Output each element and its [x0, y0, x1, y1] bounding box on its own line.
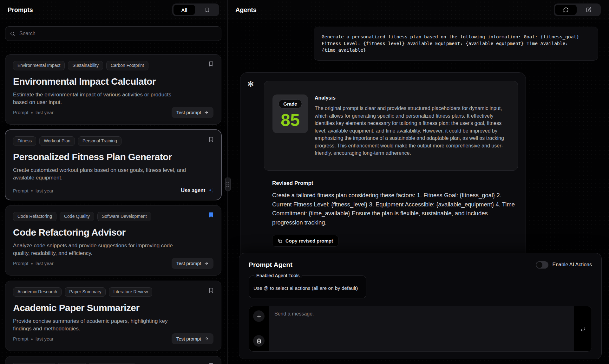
chat-bubble-icon — [563, 7, 569, 13]
meta-time: last year — [36, 336, 54, 341]
bookmark-toggle-button[interactable] — [207, 362, 215, 364]
test-prompt-label: Test prompt — [176, 336, 201, 341]
message-input[interactable] — [269, 306, 574, 351]
enabled-agent-tools-box: Enabled Agent Tools Use @ to select ai a… — [249, 276, 366, 298]
search-icon — [10, 31, 15, 36]
prompt-card-footer: Prompt ● last year Test prompt Test prom… — [13, 333, 213, 344]
tag-pill[interactable]: Fitness — [13, 136, 36, 146]
tag-pill[interactable] — [58, 363, 86, 364]
tag-pill[interactable]: Code Quality — [60, 212, 94, 221]
tag-pill[interactable]: Code Refactoring — [13, 212, 56, 221]
prompt-card-meta: Prompt ● last year — [13, 188, 54, 193]
prompt-card-description: Create customized workout plans based on… — [13, 166, 187, 182]
tag-pill[interactable]: Academic Research — [13, 287, 62, 297]
compose-tab[interactable] — [578, 5, 599, 15]
search-input[interactable] — [19, 30, 217, 37]
test-prompt-label: Test prompt — [176, 261, 201, 266]
bookmark-toggle-button[interactable] — [207, 211, 215, 218]
prompt-card[interactable]: FitnessWorkout PlanPersonal Training Per… — [5, 130, 221, 200]
tag-pill[interactable]: Workout Plan — [39, 136, 75, 146]
prompt-card-list: Environmental ImpactSustainabilityCarbon… — [5, 54, 221, 364]
filter-all-tab[interactable]: All — [174, 5, 195, 15]
grade-pill: Grade — [278, 99, 302, 109]
prompt-card-title: Personalized Fitness Plan Generator — [13, 152, 213, 162]
tag-pill[interactable] — [13, 363, 55, 364]
analysis-column: Analysis The original prompt is clear an… — [315, 94, 510, 157]
user-message: Generate a personalized fitness plan bas… — [314, 27, 598, 61]
prompts-list-body: Environmental ImpactSustainabilityCarbon… — [0, 20, 227, 364]
tag-pill[interactable]: Environmental Impact — [13, 61, 65, 70]
test-prompt-button[interactable]: Test prompt — [172, 107, 213, 118]
test-prompt-button[interactable]: Test prompt — [172, 258, 213, 269]
meta-separator: ● — [31, 189, 33, 192]
enter-key-icon — [580, 326, 586, 332]
grade-box: Grade 85 — [272, 94, 308, 133]
agents-pane: Agents Generate a personalized fitness p… — [228, 0, 609, 364]
tag-pill[interactable] — [89, 363, 135, 364]
prompt-card[interactable]: Academic ResearchPaper SummaryLiterature… — [5, 281, 221, 351]
prompt-card[interactable]: Code RefactoringCode QualitySoftware Dev… — [5, 205, 221, 276]
compose-pen-icon — [586, 7, 592, 13]
clear-chat-button[interactable] — [253, 335, 265, 347]
prompt-card[interactable]: ● — [5, 356, 221, 364]
tag-list: Code RefactoringCode QualitySoftware Dev… — [13, 212, 213, 221]
panel-resize-handle[interactable] — [225, 178, 231, 191]
enable-ai-actions-label: Enable AI Actions — [552, 262, 592, 268]
message-composer — [249, 306, 592, 352]
prompt-card-description: Analyze code snippets and provide sugges… — [13, 242, 187, 257]
meta-time: last year — [36, 261, 54, 266]
use-agent-button[interactable]: Use agent — [181, 188, 213, 193]
sparkles-icon — [208, 188, 213, 193]
trash-icon — [256, 338, 262, 344]
bookmark-icon — [205, 7, 210, 13]
tag-pill[interactable]: Paper Summary — [65, 287, 106, 297]
arrow-right-icon — [204, 261, 209, 266]
analysis-heading: Analysis — [315, 95, 510, 101]
prompt-card-meta: Prompt ● last year — [13, 336, 54, 341]
composer-right-rail — [574, 306, 592, 351]
chat-view-tab[interactable] — [555, 5, 577, 15]
tag-pill[interactable]: Software Development — [97, 212, 151, 221]
composer-left-rail — [249, 306, 269, 351]
bookmark-toggle-button[interactable] — [207, 60, 215, 68]
filter-all-label: All — [181, 7, 187, 13]
bookmark-toggle-button[interactable] — [207, 287, 215, 294]
test-prompt-label: Test prompt — [176, 110, 201, 115]
prompt-agent-panel: Prompt Agent Enable AI Actions Enabled A… — [239, 253, 602, 359]
analysis-text: The original prompt is clear and provide… — [315, 105, 510, 157]
enable-ai-actions-toggle[interactable] — [536, 261, 548, 269]
send-message-button[interactable] — [579, 325, 587, 333]
app-root: Prompts All Environmental ImpactSustaina… — [0, 0, 609, 364]
meta-type: Prompt — [13, 188, 28, 193]
assistant-message-card: ✻ Grade 85 Analysis The original prompt … — [240, 72, 526, 260]
bookmark-icon — [208, 287, 214, 293]
prompt-card[interactable]: Environmental ImpactSustainabilityCarbon… — [5, 54, 221, 125]
analysis-box: Grade 85 Analysis The original prompt is… — [264, 81, 518, 171]
agents-view-segmented — [554, 3, 601, 16]
bookmark-toggle-button[interactable] — [207, 136, 215, 143]
bookmark-icon — [208, 61, 214, 67]
prompt-card-description: Provide concise summaries of academic pa… — [13, 317, 187, 333]
tag-pill[interactable]: Carbon Footprint — [106, 61, 148, 70]
arrow-right-icon — [204, 110, 209, 115]
bookmark-icon — [208, 212, 214, 218]
test-prompt-button[interactable]: Test prompt — [172, 333, 213, 344]
plus-icon — [256, 314, 262, 319]
copy-revised-prompt-button[interactable]: Copy revised prompt — [272, 235, 338, 247]
prompt-card-footer: Prompt ● last year Use agent Use agent — [13, 188, 213, 193]
enable-ai-actions-row: Enable AI Actions — [536, 261, 592, 269]
meta-type: Prompt — [13, 110, 28, 115]
prompt-agent-header: Prompt Agent Enable AI Actions — [249, 261, 592, 269]
enabled-agent-tools-legend: Enabled Agent Tools — [254, 273, 302, 278]
prompts-title: Prompts — [8, 6, 33, 14]
prompt-card-title: Code Refactoring Advisor — [13, 227, 213, 238]
tag-pill[interactable]: Literature Review — [109, 287, 152, 297]
tag-pill[interactable]: Sustainability — [68, 61, 103, 70]
prompt-card-description: Estimate the environmental impact of var… — [13, 91, 187, 107]
tag-list: Academic ResearchPaper SummaryLiterature… — [13, 287, 213, 297]
filter-bookmarked-tab[interactable] — [196, 5, 218, 15]
tag-pill[interactable]: Personal Training — [78, 136, 121, 146]
add-attachment-button[interactable] — [253, 310, 265, 322]
agents-title: Agents — [235, 6, 257, 14]
prompt-card-meta: Prompt ● last year — [13, 110, 54, 115]
